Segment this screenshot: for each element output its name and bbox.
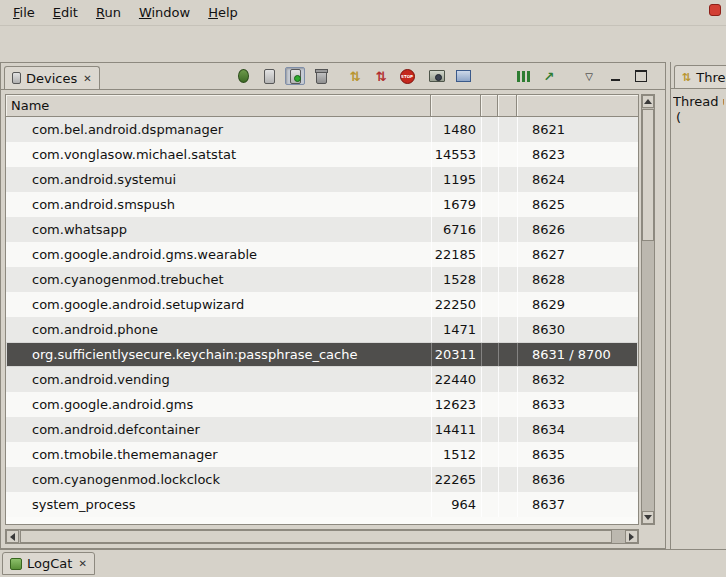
minimize-icon[interactable] [605,67,625,85]
threads-tabbar: ⇅ Threads [671,62,726,89]
process-pid: 1528 [431,267,481,292]
stop-process-label: STOP [400,69,415,84]
threads-panel: ⇅ Threads Thread up ( [670,62,726,549]
stop-process-icon[interactable]: STOP [397,67,417,85]
eclipse-ddms-window: FileEditRunWindowHelp Devices ✕ [0,0,726,577]
process-pid: 6716 [431,217,481,242]
table-row[interactable]: com.android.phone 1471 8630 [6,317,638,342]
table-row[interactable]: com.google.android.gms 12623 8633 [6,392,638,417]
horizontal-scrollbar[interactable] [5,529,639,544]
empty-cell [498,417,517,442]
process-pid: 1679 [431,192,481,217]
empty-cell [481,367,498,392]
empty-cell [481,267,498,292]
process-pid: 22185 [431,242,481,267]
table-row[interactable]: com.tmobile.thememanager 1512 8635 [6,442,638,467]
process-port: 8636 [517,467,638,492]
table-row[interactable]: com.cyanogenmod.lockclock 22265 8636 [6,467,638,492]
network-stats-icon[interactable] [539,67,559,85]
table-row[interactable]: com.whatsapp 6716 8626 [6,217,638,242]
cause-gc-icon[interactable] [311,67,331,85]
scroll-up-icon[interactable] [642,95,654,108]
method-profiling-icon[interactable] [371,67,391,85]
update-heap-icon[interactable] [259,67,279,85]
process-port: 8621 [517,117,638,142]
vertical-scrollbar-thumb[interactable] [642,109,654,241]
column-header-name[interactable]: Name [6,95,431,117]
scroll-right-icon[interactable] [625,530,638,543]
process-name: com.vonglasow.michael.satstat [6,142,431,167]
empty-cell [498,467,517,492]
view-menu-icon[interactable] [579,67,599,85]
column-header-empty[interactable] [481,95,498,117]
empty-cell [498,242,517,267]
table-row[interactable]: com.google.android.setupwizard 22250 862… [6,292,638,317]
process-port: 8632 [517,367,638,392]
table-row[interactable]: com.android.vending 22440 8632 [6,367,638,392]
process-name: org.sufficientlysecure.keychain:passphra… [6,342,431,367]
process-pid: 22250 [431,292,481,317]
table-row[interactable]: com.cyanogenmod.trebuchet 1528 8628 [6,267,638,292]
empty-cell [498,367,517,392]
empty-cell [498,267,517,292]
menu-item[interactable]: Run [87,2,130,23]
screen-record-icon[interactable] [453,67,473,85]
scroll-down-icon[interactable] [642,511,654,524]
threads-message-line2: ( [673,110,724,126]
empty-cell [498,142,517,167]
empty-cell [481,217,498,242]
process-name: com.cyanogenmod.trebuchet [6,267,431,292]
table-row[interactable]: com.bel.android.dspmanager 1480 8621 [6,117,638,142]
close-window-icon[interactable] [709,4,721,16]
process-name: com.tmobile.thememanager [6,442,431,467]
logcat-bar: LogCat ✕ [0,549,726,577]
logcat-icon [10,558,22,570]
empty-cell [481,317,498,342]
process-port: 8626 [517,217,638,242]
menu-item[interactable]: File [4,2,44,23]
empty-cell [498,292,517,317]
table-header: Name [6,95,638,117]
maximize-icon[interactable] [631,67,651,85]
table-row[interactable]: org.sufficientlysecure.keychain:passphra… [6,342,638,367]
close-icon[interactable]: ✕ [82,73,91,84]
menu-item[interactable]: Help [199,2,247,23]
column-header-pid[interactable] [431,95,481,117]
table-row[interactable]: com.google.android.gms.wearable 22185 86… [6,242,638,267]
empty-cell [498,442,517,467]
table-row[interactable]: com.android.defcontainer 14411 8634 [6,417,638,442]
horizontal-scrollbar-thumb[interactable] [20,530,612,543]
tab-devices[interactable]: Devices ✕ [4,66,100,90]
empty-cell [481,442,498,467]
screen-capture-icon[interactable] [427,67,447,85]
debug-process-icon[interactable] [233,67,253,85]
tab-logcat[interactable]: LogCat ✕ [2,552,95,575]
empty-cell [481,492,498,517]
table-row[interactable]: system_process 964 8637 [6,492,638,517]
heap-stats-icon[interactable] [513,67,533,85]
table-row[interactable]: com.android.systemui 1195 8624 [6,167,638,192]
process-pid: 12623 [431,392,481,417]
close-icon[interactable]: ✕ [77,558,86,569]
empty-cell [481,467,498,492]
table-row[interactable]: com.vonglasow.michael.satstat 14553 8623 [6,142,638,167]
column-header-empty[interactable] [498,95,517,117]
dump-hprof-icon[interactable] [285,67,305,85]
process-port: 8635 [517,442,638,467]
process-port: 8637 [517,492,638,517]
menu-item[interactable]: Window [130,2,199,23]
process-name: com.cyanogenmod.lockclock [6,467,431,492]
process-name: com.android.smspush [6,192,431,217]
empty-cell [498,492,517,517]
process-port: 8628 [517,267,638,292]
menu-item[interactable]: Edit [44,2,87,23]
process-pid: 22440 [431,367,481,392]
empty-cell [498,117,517,142]
tab-threads[interactable]: ⇅ Threads [674,65,726,89]
vertical-scrollbar[interactable] [641,94,655,525]
scroll-left-icon[interactable] [6,530,19,543]
empty-cell [481,142,498,167]
column-header-port[interactable] [517,95,638,117]
table-row[interactable]: com.android.smspush 1679 8625 [6,192,638,217]
update-threads-icon[interactable] [345,67,365,85]
